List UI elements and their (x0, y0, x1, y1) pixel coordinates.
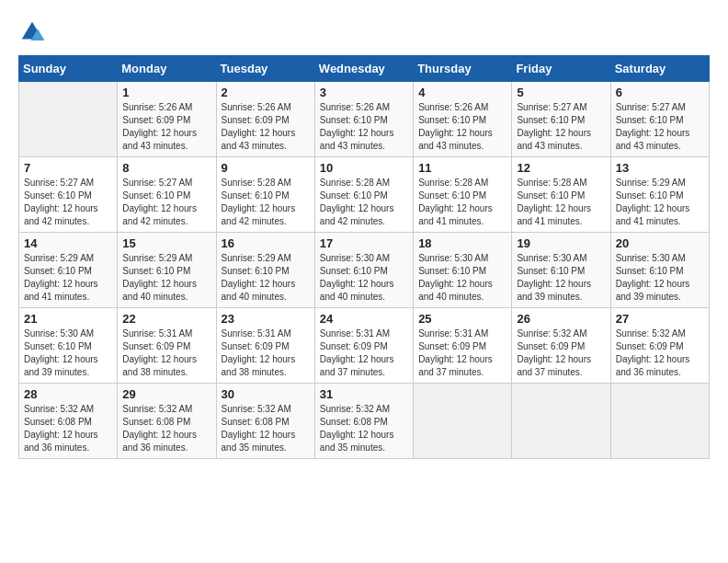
day-number: 8 (122, 161, 210, 175)
day-number: 18 (418, 236, 506, 250)
header-cell-thursday: Thursday (414, 56, 512, 82)
day-cell: 9Sunrise: 5:28 AM Sunset: 6:10 PM Daylig… (216, 157, 314, 233)
day-info: Sunrise: 5:30 AM Sunset: 6:10 PM Dayligh… (320, 252, 408, 304)
day-info: Sunrise: 5:30 AM Sunset: 6:10 PM Dayligh… (616, 252, 704, 304)
day-info: Sunrise: 5:27 AM Sunset: 6:10 PM Dayligh… (616, 101, 704, 153)
day-number: 4 (418, 86, 506, 99)
day-cell: 3Sunrise: 5:26 AM Sunset: 6:10 PM Daylig… (314, 82, 413, 157)
day-number: 26 (517, 312, 605, 326)
day-cell: 10Sunrise: 5:28 AM Sunset: 6:10 PM Dayli… (314, 157, 413, 233)
day-info: Sunrise: 5:30 AM Sunset: 6:10 PM Dayligh… (418, 252, 506, 304)
day-cell: 14Sunrise: 5:29 AM Sunset: 6:10 PM Dayli… (19, 233, 118, 308)
day-info: Sunrise: 5:29 AM Sunset: 6:10 PM Dayligh… (24, 252, 112, 304)
day-cell: 4Sunrise: 5:26 AM Sunset: 6:10 PM Daylig… (414, 82, 512, 157)
day-info: Sunrise: 5:32 AM Sunset: 6:09 PM Dayligh… (616, 327, 704, 379)
day-number: 11 (418, 161, 506, 175)
header-cell-wednesday: Wednesday (314, 56, 413, 82)
day-info: Sunrise: 5:31 AM Sunset: 6:09 PM Dayligh… (320, 327, 408, 379)
day-info: Sunrise: 5:32 AM Sunset: 6:09 PM Dayligh… (517, 327, 605, 379)
logo-icon (18, 18, 46, 46)
day-number: 15 (122, 236, 210, 250)
week-row-4: 21Sunrise: 5:30 AM Sunset: 6:10 PM Dayli… (19, 308, 710, 384)
day-info: Sunrise: 5:26 AM Sunset: 6:10 PM Dayligh… (418, 101, 506, 153)
day-info: Sunrise: 5:29 AM Sunset: 6:10 PM Dayligh… (122, 252, 210, 304)
day-cell: 31Sunrise: 5:32 AM Sunset: 6:08 PM Dayli… (314, 384, 413, 459)
day-cell: 24Sunrise: 5:31 AM Sunset: 6:09 PM Dayli… (314, 308, 413, 384)
day-info: Sunrise: 5:31 AM Sunset: 6:09 PM Dayligh… (222, 327, 310, 379)
logo (18, 18, 51, 46)
day-cell: 1Sunrise: 5:26 AM Sunset: 6:09 PM Daylig… (118, 82, 216, 157)
day-info: Sunrise: 5:26 AM Sunset: 6:10 PM Dayligh… (320, 101, 408, 153)
day-cell (512, 384, 610, 459)
header-row: SundayMondayTuesdayWednesdayThursdayFrid… (19, 56, 710, 82)
week-row-1: 1Sunrise: 5:26 AM Sunset: 6:09 PM Daylig… (19, 82, 710, 157)
day-cell: 18Sunrise: 5:30 AM Sunset: 6:10 PM Dayli… (414, 233, 512, 308)
day-cell: 2Sunrise: 5:26 AM Sunset: 6:09 PM Daylig… (216, 82, 314, 157)
day-info: Sunrise: 5:28 AM Sunset: 6:10 PM Dayligh… (222, 177, 310, 228)
calendar-header: SundayMondayTuesdayWednesdayThursdayFrid… (19, 56, 710, 82)
day-cell: 25Sunrise: 5:31 AM Sunset: 6:09 PM Dayli… (414, 308, 512, 384)
day-number: 2 (222, 86, 310, 99)
day-info: Sunrise: 5:31 AM Sunset: 6:09 PM Dayligh… (418, 327, 506, 379)
day-cell: 28Sunrise: 5:32 AM Sunset: 6:08 PM Dayli… (19, 384, 118, 459)
day-cell: 11Sunrise: 5:28 AM Sunset: 6:10 PM Dayli… (414, 157, 512, 233)
header-cell-tuesday: Tuesday (216, 56, 314, 82)
day-cell: 17Sunrise: 5:30 AM Sunset: 6:10 PM Dayli… (314, 233, 413, 308)
day-cell: 27Sunrise: 5:32 AM Sunset: 6:09 PM Dayli… (610, 308, 709, 384)
day-number: 7 (24, 161, 112, 175)
day-number: 12 (517, 161, 605, 175)
day-number: 29 (122, 387, 210, 401)
day-info: Sunrise: 5:27 AM Sunset: 6:10 PM Dayligh… (517, 101, 605, 153)
header-cell-sunday: Sunday (19, 56, 118, 82)
day-cell: 21Sunrise: 5:30 AM Sunset: 6:10 PM Dayli… (19, 308, 118, 384)
day-number: 14 (24, 236, 112, 250)
day-cell: 26Sunrise: 5:32 AM Sunset: 6:09 PM Dayli… (512, 308, 610, 384)
day-number: 3 (320, 86, 408, 99)
day-number: 9 (222, 161, 310, 175)
day-info: Sunrise: 5:26 AM Sunset: 6:09 PM Dayligh… (122, 101, 210, 153)
day-info: Sunrise: 5:28 AM Sunset: 6:10 PM Dayligh… (320, 177, 408, 228)
day-cell (19, 82, 118, 157)
day-number: 5 (517, 86, 605, 99)
day-number: 23 (222, 312, 310, 326)
day-info: Sunrise: 5:31 AM Sunset: 6:09 PM Dayligh… (122, 327, 210, 379)
day-number: 25 (418, 312, 506, 326)
day-number: 30 (222, 387, 310, 401)
day-cell: 29Sunrise: 5:32 AM Sunset: 6:08 PM Dayli… (118, 384, 216, 459)
day-number: 22 (122, 312, 210, 326)
day-cell: 6Sunrise: 5:27 AM Sunset: 6:10 PM Daylig… (610, 82, 709, 157)
day-info: Sunrise: 5:27 AM Sunset: 6:10 PM Dayligh… (24, 177, 112, 228)
day-number: 21 (24, 312, 112, 326)
day-cell: 15Sunrise: 5:29 AM Sunset: 6:10 PM Dayli… (118, 233, 216, 308)
day-info: Sunrise: 5:32 AM Sunset: 6:08 PM Dayligh… (320, 403, 408, 454)
week-row-2: 7Sunrise: 5:27 AM Sunset: 6:10 PM Daylig… (19, 157, 710, 233)
week-row-5: 28Sunrise: 5:32 AM Sunset: 6:08 PM Dayli… (19, 384, 710, 459)
day-info: Sunrise: 5:30 AM Sunset: 6:10 PM Dayligh… (24, 327, 112, 379)
day-info: Sunrise: 5:26 AM Sunset: 6:09 PM Dayligh… (222, 101, 310, 153)
day-info: Sunrise: 5:28 AM Sunset: 6:10 PM Dayligh… (418, 177, 506, 228)
day-number: 13 (616, 161, 704, 175)
day-cell (414, 384, 512, 459)
page-header (18, 18, 710, 46)
day-number: 16 (222, 236, 310, 250)
day-cell: 20Sunrise: 5:30 AM Sunset: 6:10 PM Dayli… (610, 233, 709, 308)
day-info: Sunrise: 5:30 AM Sunset: 6:10 PM Dayligh… (517, 252, 605, 304)
day-cell: 8Sunrise: 5:27 AM Sunset: 6:10 PM Daylig… (118, 157, 216, 233)
day-number: 6 (616, 86, 704, 99)
day-cell: 12Sunrise: 5:28 AM Sunset: 6:10 PM Dayli… (512, 157, 610, 233)
header-cell-friday: Friday (512, 56, 610, 82)
day-number: 27 (616, 312, 704, 326)
day-cell: 5Sunrise: 5:27 AM Sunset: 6:10 PM Daylig… (512, 82, 610, 157)
day-number: 10 (320, 161, 408, 175)
day-number: 19 (517, 236, 605, 250)
day-cell (610, 384, 709, 459)
day-cell: 16Sunrise: 5:29 AM Sunset: 6:10 PM Dayli… (216, 233, 314, 308)
day-cell: 19Sunrise: 5:30 AM Sunset: 6:10 PM Dayli… (512, 233, 610, 308)
day-number: 24 (320, 312, 408, 326)
day-info: Sunrise: 5:28 AM Sunset: 6:10 PM Dayligh… (517, 177, 605, 228)
day-cell: 7Sunrise: 5:27 AM Sunset: 6:10 PM Daylig… (19, 157, 118, 233)
day-cell: 30Sunrise: 5:32 AM Sunset: 6:08 PM Dayli… (216, 384, 314, 459)
day-info: Sunrise: 5:32 AM Sunset: 6:08 PM Dayligh… (222, 403, 310, 454)
header-cell-monday: Monday (118, 56, 216, 82)
calendar-body: 1Sunrise: 5:26 AM Sunset: 6:09 PM Daylig… (19, 82, 710, 459)
